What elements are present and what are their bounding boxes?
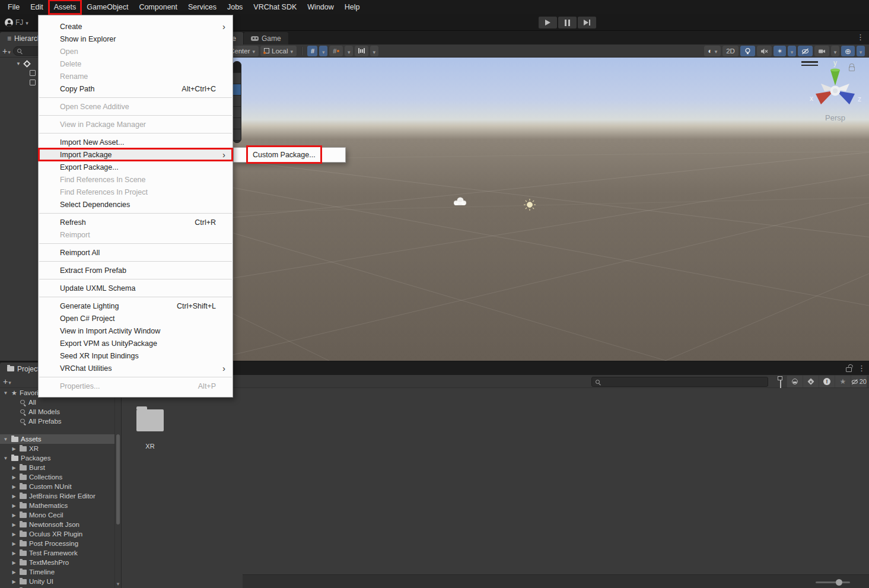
- tree-row[interactable]: ▶ Unity UI: [0, 577, 114, 586]
- tree-row[interactable]: ▶ TextMeshPro: [0, 558, 114, 567]
- menu-item[interactable]: Reimport All: [39, 246, 233, 259]
- account-button[interactable]: FJ: [5, 17, 28, 28]
- 2d-toggle-button[interactable]: 2D: [722, 46, 739, 56]
- scene-camera-button[interactable]: [814, 46, 829, 56]
- projection-mode-label[interactable]: Persp: [803, 113, 868, 122]
- slider-thumb[interactable]: [836, 579, 842, 586]
- tree-row[interactable]: ▼ Assets: [0, 434, 114, 444]
- menu-item[interactable]: View in Package Manager: [39, 118, 233, 131]
- foldout-arrow-icon[interactable]: ▼: [2, 456, 9, 461]
- tree-row[interactable]: ▶ Post Processing: [0, 539, 114, 548]
- menubar-item[interactable]: Window: [302, 0, 339, 14]
- tree-row[interactable]: ▶ Mathematics: [0, 501, 114, 510]
- hidden-count-button[interactable]: 20: [851, 376, 867, 387]
- menubar-item[interactable]: GameObject: [81, 0, 133, 14]
- menubar-item[interactable]: Assets: [49, 0, 82, 14]
- scrollbar-thumb[interactable]: [116, 434, 120, 525]
- scene-navigation-button[interactable]: ⊕: [841, 46, 855, 56]
- menu-item[interactable]: [39, 133, 232, 134]
- tab-game[interactable]: Game: [244, 32, 288, 45]
- menu-item[interactable]: [39, 377, 232, 377]
- menu-item[interactable]: Export Package...: [39, 161, 233, 173]
- menu-item[interactable]: Open C# Project: [39, 312, 233, 325]
- menu-item[interactable]: Open Scene Additive: [39, 100, 233, 113]
- menu-item[interactable]: Reimport: [39, 228, 233, 241]
- tree-row[interactable]: ▶ Collections: [0, 472, 114, 482]
- tree-row[interactable]: ▶ Newtonsoft Json: [0, 520, 114, 529]
- menu-item[interactable]: [39, 115, 232, 116]
- step-button[interactable]: [578, 17, 596, 28]
- foldout-arrow-icon[interactable]: ▼: [15, 61, 21, 66]
- kebab-menu-icon[interactable]: ⋮: [857, 33, 864, 42]
- menu-item[interactable]: Generate Lighting Ctrl+Shift+L: [39, 300, 233, 312]
- tree-row[interactable]: ▶ Mono Cecil: [0, 510, 114, 520]
- menu-item[interactable]: Refresh Ctrl+R: [39, 216, 233, 228]
- snap-increment-dropdown[interactable]: [370, 46, 378, 56]
- menu-item[interactable]: Rename: [39, 70, 233, 82]
- transform-tool-button[interactable]: [233, 129, 241, 141]
- scroll-down-icon[interactable]: ▼: [115, 581, 121, 587]
- menu-item[interactable]: Create: [39, 20, 233, 33]
- menu-item[interactable]: [39, 279, 232, 279]
- menu-item[interactable]: View in Import Activity Window: [39, 325, 233, 337]
- rect-tool-button[interactable]: [233, 118, 241, 129]
- menubar-item[interactable]: Edit: [25, 0, 49, 14]
- hierarchy-add-button[interactable]: +: [2, 46, 11, 56]
- tree-row[interactable]: All Prefabs: [0, 417, 114, 426]
- foldout-arrow-icon[interactable]: ▶: [11, 560, 17, 565]
- menu-item-custom-package[interactable]: Custom Package...: [246, 145, 322, 164]
- menu-item[interactable]: Show in Explorer: [39, 33, 233, 45]
- menubar-item[interactable]: VRChat SDK: [248, 0, 302, 14]
- tree-row[interactable]: All: [0, 398, 114, 407]
- menu-item[interactable]: Select Dependencies: [39, 198, 233, 211]
- menubar-item[interactable]: Component: [133, 0, 183, 14]
- scene-lighting-button[interactable]: [740, 46, 755, 56]
- scene-effects-button[interactable]: ✶: [773, 46, 786, 56]
- hand-tool-button[interactable]: [233, 73, 241, 84]
- menu-item[interactable]: Delete: [39, 58, 233, 70]
- menu-item[interactable]: [39, 213, 232, 214]
- grid-snapping-button[interactable]: #: [329, 46, 343, 56]
- tree-row[interactable]: ▶ Burst: [0, 463, 114, 472]
- tool-handle-rotation-button[interactable]: Local: [260, 46, 297, 56]
- menu-item[interactable]: Find References In Scene: [39, 173, 233, 186]
- tree-row[interactable]: ▶ JetBrains Rider Editor: [0, 491, 114, 501]
- foldout-arrow-icon[interactable]: ▶: [11, 446, 17, 452]
- menu-item[interactable]: Seed XR Input Bindings: [39, 349, 233, 362]
- overlay-handle[interactable]: [233, 62, 241, 73]
- kebab-menu-icon[interactable]: ⋮: [858, 364, 865, 373]
- foldout-arrow-icon[interactable]: ▶: [11, 475, 17, 480]
- shading-mode-button[interactable]: ◐: [704, 46, 721, 56]
- tree-row[interactable]: All Models: [0, 407, 114, 417]
- scene-navigation-dropdown[interactable]: [857, 46, 865, 56]
- tree-row[interactable]: ▶ Timeline: [0, 567, 114, 577]
- foldout-arrow-icon[interactable]: ▶: [11, 465, 17, 471]
- folder-item-xr[interactable]: [136, 409, 164, 431]
- scene-viewport[interactable]: y x z Persp: [205, 58, 869, 361]
- foldout-arrow-icon[interactable]: ▶: [11, 494, 17, 499]
- scale-tool-button[interactable]: [233, 107, 241, 118]
- unlock-icon[interactable]: [846, 367, 852, 372]
- menubar-item[interactable]: Services: [183, 0, 222, 14]
- menu-item[interactable]: [39, 297, 232, 297]
- menu-item[interactable]: [39, 261, 232, 262]
- foldout-arrow-icon[interactable]: ▶: [11, 513, 17, 518]
- menu-item[interactable]: Export VPM as UnityPackage: [39, 337, 233, 349]
- grid-visibility-button[interactable]: #: [307, 46, 317, 56]
- menu-item[interactable]: Copy Path Alt+Ctrl+C: [39, 82, 233, 95]
- foldout-arrow-icon[interactable]: ▶: [11, 570, 17, 575]
- menu-item[interactable]: Properties... Alt+P: [39, 380, 233, 392]
- directional-light-gizmo-icon[interactable]: [524, 199, 536, 211]
- foldout-arrow-icon[interactable]: ▶: [11, 541, 17, 546]
- scene-visibility-button[interactable]: [798, 46, 813, 56]
- project-content-area[interactable]: XR: [121, 388, 869, 588]
- search-by-type-button[interactable]: [787, 376, 803, 387]
- foldout-arrow-icon[interactable]: ▶: [11, 503, 17, 508]
- search-importlog-button[interactable]: !: [819, 376, 835, 387]
- menu-item[interactable]: [39, 243, 232, 244]
- menu-item[interactable]: [39, 97, 232, 98]
- play-button[interactable]: [539, 17, 557, 28]
- favorite-search-button[interactable]: ★: [835, 376, 851, 387]
- menu-item[interactable]: Update UXML Schema: [39, 282, 233, 294]
- foldout-arrow-icon[interactable]: ▼: [2, 437, 9, 442]
